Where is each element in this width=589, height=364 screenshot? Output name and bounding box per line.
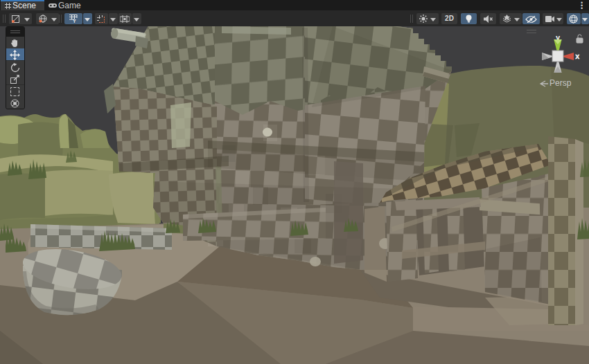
svg-text:x: x	[575, 52, 580, 60]
svg-text:Y: Y	[73, 19, 76, 23]
